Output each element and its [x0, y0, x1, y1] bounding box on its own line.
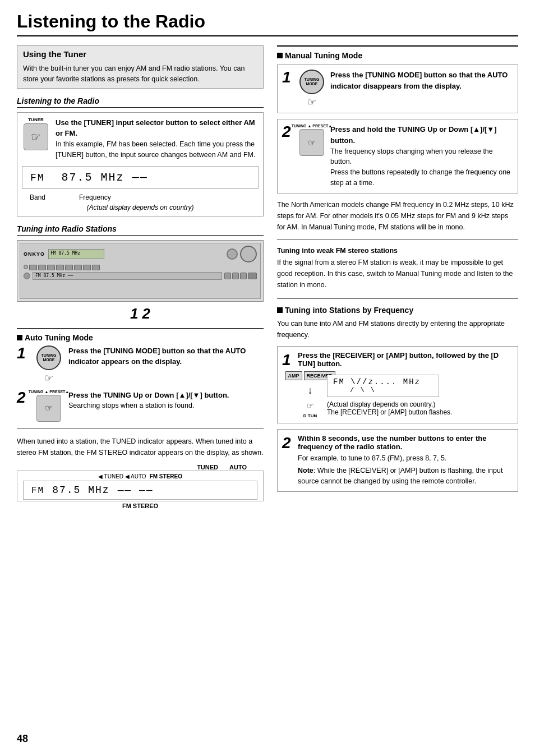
using-tuner-heading: Using the Tuner: [23, 49, 257, 59]
freq-step1-body: AMP RECEIVER ↓ ☞ D TUN FM \//z.... MHz: [298, 371, 513, 418]
d-tun-icon: AMP RECEIVER ↓ ☞ D TUN: [298, 371, 322, 418]
weak-fm-body: If the signal from a stereo FM station i…: [277, 257, 518, 291]
receiver-bottom-row: FM 87.5 MHz ——: [24, 272, 257, 280]
manual-step1-bold: Press the [TUNING MODE] button so that t…: [330, 71, 508, 90]
preset-btn-7: [83, 265, 91, 270]
manual-tuning-heading-row: Manual Tuning Mode: [277, 51, 518, 60]
freq-display-line1: FM \//z.... MHz: [333, 377, 433, 386]
btn-r3: [240, 273, 247, 279]
manual-tuning-dial: TUNINGMODE: [299, 70, 324, 94]
freq-tuning-section: Tuning into Stations by Frequency You ca…: [277, 306, 518, 492]
auto-step1-bold: Press the [TUNING MODE] button so that t…: [68, 347, 246, 366]
freq-tuning-heading-row: Tuning into Stations by Frequency: [277, 306, 518, 315]
display-band: FM: [30, 172, 45, 183]
freq-step1-num: 1: [282, 351, 293, 369]
tuning-label: TUNING ▲ PRESET▲: [29, 390, 70, 394]
using-tuner-section: Using the Tuner With the built-in tuner …: [17, 45, 264, 89]
freq-step1-box: 1 Press the [RECEIVER] or [AMP] button, …: [277, 346, 518, 423]
manual-hand-icon-1: ☞: [307, 96, 316, 108]
manual-tuning-heading: Manual Tuning Mode: [285, 51, 362, 60]
auto-step1-num: 1: [17, 345, 29, 361]
manual-step2-row: 2 TUNING ▲ PRESET▲ ☞ Press and hold the …: [282, 124, 513, 188]
power-button: [24, 273, 30, 279]
manual-tuning-icon: [277, 53, 283, 58]
freq-step2-note-label: Note: [298, 467, 313, 474]
preset-btn-5: [65, 265, 73, 270]
freq-display-line2: / \ \: [333, 386, 433, 394]
btn-r1: [224, 273, 231, 279]
section-divider-1: [17, 428, 264, 429]
manual-tuning-label: TUNING ▲ PRESET▲: [292, 124, 333, 128]
hand-icon-1: ☞: [44, 372, 53, 384]
listening-step-bold: Use the [TUNER] input selector button to…: [56, 118, 255, 138]
tuning-mode-dial: TUNINGMODE: [36, 345, 61, 370]
tuned-display-wrapper: TUNED AUTO ◀ TUNED ◀ AUTO FM STEREO FM 8…: [17, 464, 264, 509]
hand-press-icon: ☞: [24, 123, 48, 150]
freq-step2-num: 2: [282, 434, 293, 452]
section-divider-right: [277, 239, 518, 240]
d-tun-hand: ☞: [307, 401, 314, 410]
auto-label: AUTO: [229, 464, 247, 471]
freq-tuning-heading: Tuning into Stations by Frequency: [285, 306, 413, 315]
manual-step2-detail1: The frequency stops changing when you re…: [330, 146, 513, 168]
display-caption: Band Frequency: [30, 193, 259, 201]
manual-step1-text: Press the [TUNING MODE] button so that t…: [330, 70, 513, 92]
listening-subsection-title: Listening to the Radio: [17, 96, 264, 108]
tuned-note: When tuned into a station, the TUNED ind…: [17, 436, 264, 458]
hand-icon-2: ☞: [36, 395, 61, 422]
btn-r2: [232, 273, 239, 279]
page-number: 48: [17, 733, 28, 745]
amp-button: AMP: [285, 371, 302, 380]
manual-tuning-mode-icon: TUNINGMODE ☞: [298, 70, 326, 108]
preset-btn-2: [38, 265, 46, 270]
manual-step2-box: 2 TUNING ▲ PRESET▲ ☞ Press and hold the …: [277, 119, 518, 193]
band-label: Band: [30, 193, 45, 201]
btn-r4: [248, 273, 257, 279]
receiver-knob: [227, 248, 238, 260]
preset-btn-1: [29, 265, 37, 270]
freq-step1-title: Press the [RECEIVER] or [AMP] button, fo…: [298, 351, 499, 368]
listening-step-detail: In this example, FM has been selected. E…: [56, 139, 259, 160]
manual-step1-row: 1 TUNINGMODE ☞ Press the [TUNING MODE] b…: [282, 70, 513, 108]
freq-step1-note2: The [RECEIVER] or [AMP] button flashes.: [327, 408, 452, 416]
auto-step2-text: Press the TUNING Up or Down [▲]/[▼] butt…: [68, 390, 264, 412]
freq-step2-row: 2 Within 8 seconds, use the number butto…: [282, 434, 513, 487]
freq-step1-display-col: FM \//z.... MHz / \ \ (Actual display de…: [327, 371, 452, 416]
listening-step: TUNER ☞ Use the [TUNER] input selector b…: [22, 117, 259, 160]
auto-step1-text: Press the [TUNING MODE] button so that t…: [68, 345, 264, 368]
auto-step2-num: 2: [17, 390, 29, 405]
manual-step2-text: Press and hold the TUNING Up or Down [▲]…: [330, 124, 513, 188]
freq-step2-detail1: For example, to tune to 87.5 (FM), press…: [298, 454, 446, 462]
tuned-label: TUNED: [197, 464, 218, 471]
tuned-dashes: —— ——: [118, 485, 154, 496]
tuned-indicator-text: ◀ TUNED ◀ AUTO: [98, 473, 146, 480]
frequency-display: FM 87.5 MHz ——: [22, 166, 259, 189]
freq-tuning-intro: You can tune into AM and FM stations dir…: [277, 318, 518, 340]
listening-step-text: Use the [TUNER] input selector button to…: [56, 117, 259, 160]
tuned-freq: 87.5 MHz: [52, 485, 109, 496]
freq-step2-detail: For example, to tune to 87.5 (FM), press…: [298, 453, 513, 464]
tuned-freq-display: FM 87.5 MHz —— ——: [23, 481, 257, 500]
receiver-display-screen: FM 87.5 MHz: [48, 249, 104, 259]
bottom-display: FM 87.5 MHz ——: [33, 272, 222, 280]
auto-step2: 2 TUNING ▲ PRESET▲ ☞ Press the TUNING Up…: [17, 390, 264, 422]
tuned-band: FM: [31, 486, 44, 496]
preset-btn-4: [56, 265, 64, 270]
preset-btn-8: [92, 265, 100, 270]
manual-step1-num: 1: [282, 70, 293, 85]
tuning-mode-icon-1: TUNINGMODE ☞: [35, 345, 63, 384]
tuned-display-box: ◀ TUNED ◀ AUTO FM STEREO FM 87.5 MHz —— …: [17, 471, 264, 501]
freq-step2-note-row: Note: While the [RECEIVER] or [AMP] butt…: [298, 465, 513, 487]
weak-fm-section: Tuning into weak FM stereo stations If t…: [277, 247, 518, 291]
freq-step2-box: 2 Within 8 seconds, use the number butto…: [277, 429, 518, 492]
fm-stereo-right: FM STEREO: [150, 473, 182, 480]
receiver-volume-knob: [240, 246, 257, 262]
receiver-step-labels: 1 2: [17, 305, 264, 322]
right-buttons: [224, 273, 257, 279]
using-tuner-body: With the built-in tuner you can enjoy AM…: [23, 63, 257, 85]
freq-step1-note1: (Actual display depends on country.): [327, 400, 452, 408]
freq-step2-title: Within 8 seconds, use the number buttons…: [298, 434, 486, 451]
display-freq: 87.5 MHz ——: [62, 171, 148, 184]
freq-step1-row: 1 Press the [RECEIVER] or [AMP] button, …: [282, 351, 513, 418]
brand-label: ONKYO: [24, 251, 45, 257]
